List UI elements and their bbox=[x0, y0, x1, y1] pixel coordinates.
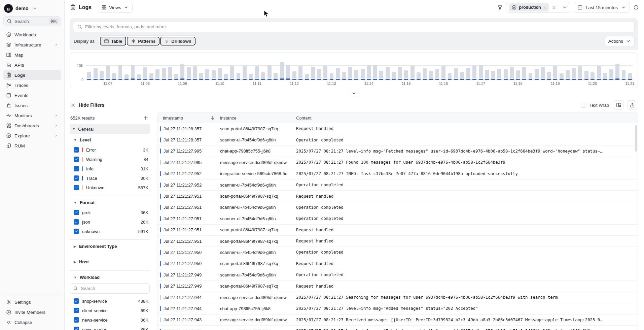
filter-item-news-service[interactable]: news-service36K bbox=[70, 315, 150, 325]
checked-checkbox[interactable] bbox=[74, 147, 79, 153]
histogram-bar[interactable] bbox=[627, 58, 633, 80]
filter-item-news-reader[interactable]: news-reader36K bbox=[70, 325, 150, 330]
filter-item-error[interactable]: Error3K bbox=[70, 145, 150, 155]
sidebar-item-infrastructure[interactable]: Infrastructure bbox=[3, 40, 61, 50]
histogram-bar[interactable] bbox=[422, 58, 428, 80]
table-row[interactable]: Jul 27 11:21:27.995message-service-dcdf8… bbox=[157, 157, 638, 168]
histogram-bar[interactable] bbox=[385, 58, 391, 80]
histogram-bar[interactable] bbox=[559, 58, 565, 80]
table-row[interactable]: Jul 27 11:21:27.951scan-portal-86f49f798… bbox=[157, 191, 638, 202]
histogram-bar[interactable] bbox=[192, 58, 198, 80]
display-mode-drilldown[interactable]: Drilldown bbox=[160, 37, 195, 45]
histogram-bar[interactable] bbox=[534, 58, 540, 80]
chart-plot[interactable] bbox=[86, 58, 633, 80]
histogram-bar[interactable] bbox=[465, 58, 471, 80]
clear-filters-icon[interactable] bbox=[552, 5, 556, 10]
remove-chip-icon[interactable] bbox=[543, 6, 547, 9]
histogram-bar[interactable] bbox=[279, 58, 285, 80]
add-column-button[interactable] bbox=[614, 100, 624, 110]
time-range-picker[interactable]: Last 15 minutes bbox=[574, 2, 630, 13]
histogram-bar[interactable] bbox=[403, 58, 409, 80]
histogram-bar[interactable] bbox=[99, 58, 105, 80]
histogram-bar[interactable] bbox=[316, 58, 322, 80]
histogram-bar[interactable] bbox=[273, 58, 279, 80]
filter-section-general[interactable]: ▼ General bbox=[70, 124, 150, 134]
sort-descending-icon[interactable] bbox=[210, 115, 215, 121]
sidebar-item-map[interactable]: Map bbox=[3, 50, 61, 60]
sidebar-item-dashboards[interactable]: Dashboards bbox=[3, 121, 61, 131]
table-row[interactable]: Jul 27 11:21:27.951scan-portal-86f49f798… bbox=[157, 236, 638, 247]
histogram-bar[interactable] bbox=[123, 58, 130, 80]
histogram-bar[interactable] bbox=[589, 58, 596, 80]
table-row[interactable]: Jul 27 11:21:28.357scan-portal-86f49f798… bbox=[157, 123, 638, 134]
hide-filters-button[interactable]: Hide Filters bbox=[70, 102, 104, 108]
column-header-instance[interactable]: instance bbox=[220, 116, 296, 121]
histogram-bar[interactable] bbox=[154, 58, 160, 80]
sidebar-item-apis[interactable]: APIs bbox=[3, 60, 61, 70]
filter-item-client-service[interactable]: client-service69K bbox=[70, 306, 150, 315]
histogram-bar[interactable] bbox=[142, 58, 148, 80]
filter-item-info[interactable]: Info31K bbox=[70, 164, 150, 173]
table-row[interactable]: Jul 27 11:21:27.995chat-app-798ff5c755-j… bbox=[157, 146, 638, 157]
histogram-bar[interactable] bbox=[136, 58, 142, 80]
histogram-bar[interactable] bbox=[527, 58, 533, 80]
filter-item-unknown[interactable]: unknown591K bbox=[70, 227, 150, 236]
checked-checkbox[interactable] bbox=[74, 219, 79, 225]
table-row[interactable]: Jul 27 11:21:27.950scanner-ui-7b454cf9d6… bbox=[157, 247, 638, 258]
histogram-bar[interactable] bbox=[509, 58, 515, 80]
collapse-chart-button[interactable] bbox=[349, 90, 359, 97]
filter-item-json[interactable]: json26K bbox=[70, 217, 150, 227]
histogram-bar[interactable] bbox=[416, 58, 422, 80]
checked-checkbox[interactable] bbox=[74, 317, 79, 323]
filter-group-environment-type[interactable]: ▶Environment Type bbox=[70, 240, 150, 252]
histogram-bar[interactable] bbox=[397, 58, 403, 80]
table-row[interactable]: Jul 27 11:21:27.949scan-portal-86f49f798… bbox=[157, 280, 638, 292]
filter-item-trace[interactable]: Trace30K bbox=[70, 173, 150, 183]
sidebar-item-events[interactable]: Events bbox=[3, 90, 61, 100]
sidebar-item-workloads[interactable]: Workloads bbox=[3, 30, 61, 40]
histogram-bar[interactable] bbox=[440, 58, 446, 80]
table-row[interactable]: Jul 27 11:21:27.944message-service-dcdf8… bbox=[157, 292, 638, 303]
histogram-bar[interactable] bbox=[217, 58, 223, 80]
histogram-bar[interactable] bbox=[204, 58, 210, 80]
workspace-switcher[interactable]: g demo bbox=[3, 3, 61, 16]
histogram-bar[interactable] bbox=[366, 58, 372, 80]
histogram-bar[interactable] bbox=[552, 58, 558, 80]
histogram-bar[interactable] bbox=[179, 58, 185, 80]
histogram-bar[interactable] bbox=[92, 58, 98, 80]
histogram-bar[interactable] bbox=[148, 58, 154, 80]
histogram-bar[interactable] bbox=[173, 58, 179, 80]
histogram-bar[interactable] bbox=[372, 58, 378, 80]
filter-chip-production[interactable]: production bbox=[509, 3, 549, 11]
filter-group-workload[interactable]: ▼Workload bbox=[70, 271, 150, 283]
text-wrap-checkbox[interactable] bbox=[581, 103, 586, 108]
histogram-bar[interactable] bbox=[360, 58, 366, 80]
sidebar-footer-settings[interactable]: Settings bbox=[3, 297, 61, 307]
histogram-bar[interactable] bbox=[596, 58, 602, 80]
histogram-bar[interactable] bbox=[291, 58, 297, 80]
histogram-bar[interactable] bbox=[571, 58, 577, 80]
table-row[interactable]: Jul 27 11:21:28.357scanner-ui-7b454cf9d6… bbox=[157, 134, 638, 145]
histogram-bar[interactable] bbox=[546, 58, 552, 80]
histogram-bar[interactable] bbox=[254, 58, 260, 80]
histogram-bar[interactable] bbox=[285, 58, 291, 80]
add-filter-icon[interactable] bbox=[143, 115, 148, 121]
histogram-bar[interactable] bbox=[490, 58, 496, 80]
histogram-bar[interactable] bbox=[105, 58, 111, 80]
filter-item-unknown[interactable]: Unknown587K bbox=[70, 183, 150, 192]
histogram-bar[interactable] bbox=[347, 58, 353, 80]
histogram-bar[interactable] bbox=[111, 58, 117, 80]
checked-checkbox[interactable] bbox=[74, 210, 79, 215]
histogram-bar[interactable] bbox=[322, 58, 328, 80]
histogram-bar[interactable] bbox=[515, 58, 521, 80]
actions-dropdown[interactable]: Actions bbox=[605, 36, 635, 46]
histogram-bar[interactable] bbox=[235, 58, 241, 80]
checked-checkbox[interactable] bbox=[74, 166, 79, 171]
refresh-icon[interactable] bbox=[633, 5, 639, 10]
histogram-bar[interactable] bbox=[335, 58, 341, 80]
histogram-bar[interactable] bbox=[328, 58, 334, 80]
sidebar-footer-collapse[interactable]: Collapse bbox=[3, 317, 61, 327]
histogram-bar[interactable] bbox=[434, 58, 440, 80]
histogram-bar[interactable] bbox=[496, 58, 502, 80]
filter-item-grok[interactable]: grok36K bbox=[70, 208, 150, 217]
